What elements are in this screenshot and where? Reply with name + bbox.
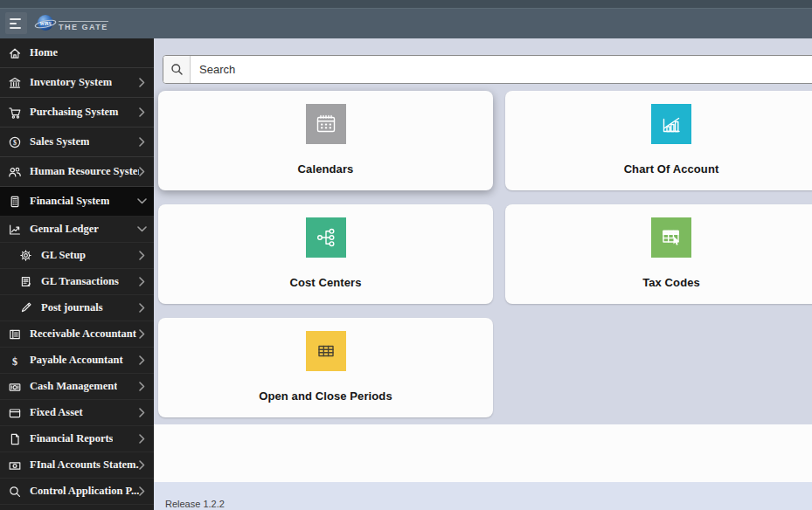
- chevron-right-icon: [139, 137, 145, 147]
- sidebar-item-label: Financial Reports: [30, 432, 113, 445]
- sidebar-item-final-accounts-statement[interactable]: FInal Accounts Statem...: [0, 452, 154, 479]
- sidebar-item-receivable-accountant[interactable]: Receivable Accountant: [0, 321, 154, 348]
- sidebar-item-inventory-system[interactable]: Inventory System: [0, 68, 154, 98]
- sidebar-item-label: Receivable Accountant: [30, 327, 136, 341]
- card-tax-codes[interactable]: Tax Codes: [505, 204, 812, 304]
- sidebar-item-gl-transactions[interactable]: GL Transactions: [0, 269, 154, 295]
- sidebar-nav: Home Inventory System Purchasing System …: [0, 38, 154, 510]
- chevron-right-icon: [139, 382, 145, 391]
- footer-bar: Release 1.2.2: [154, 482, 812, 510]
- chevron-right-icon: [139, 434, 145, 444]
- sidebar-item-financial-reports[interactable]: Financial Reports: [0, 426, 154, 452]
- search-icon: [163, 56, 191, 83]
- card-label: Cost Centers: [289, 276, 361, 289]
- sidebar-item-human-resource-system[interactable]: Human Resource System: [0, 157, 154, 187]
- app-window: WBS THE GATE Home Inventory System Purc: [0, 0, 812, 510]
- home-icon: [7, 46, 22, 60]
- file-icon: [7, 432, 22, 446]
- sidebar-item-label: Home: [30, 46, 58, 59]
- bar-chart-icon: [651, 104, 691, 144]
- money-statement-icon: [7, 458, 22, 472]
- sidebar-item-genral-ledger[interactable]: Genral Ledger: [0, 217, 154, 243]
- card-label: Open and Close Periods: [259, 389, 392, 403]
- invoice-icon: [7, 327, 22, 341]
- main-content: Calendars Chart Of Account Cost Centers …: [154, 38, 812, 510]
- top-bar: WBS THE GATE: [0, 0, 812, 38]
- bank-icon: [7, 76, 22, 90]
- sidebar-item-purchasing-system[interactable]: Purchasing System: [0, 98, 154, 128]
- sidebar-item-label: Control Application P...: [30, 485, 139, 498]
- table-cursor-icon: [651, 217, 691, 258]
- cart-icon: [7, 106, 22, 120]
- chevron-right-icon: [139, 460, 145, 470]
- gear-icon: [18, 249, 33, 263]
- chevron-right-icon: [139, 107, 145, 117]
- brand-gate-text: THE GATE: [59, 21, 108, 31]
- sidebar-item-post-journals[interactable]: Post journals: [0, 295, 154, 321]
- dollar-icon: $: [7, 354, 22, 368]
- module-card-grid: Calendars Chart Of Account Cost Centers …: [158, 91, 812, 417]
- chevron-right-icon: [139, 303, 145, 313]
- chevron-right-icon: [139, 277, 145, 286]
- calendar-icon: [306, 104, 346, 144]
- sidebar-item-home[interactable]: Home: [0, 38, 154, 68]
- chevron-right-icon: [139, 167, 145, 176]
- sidebar-item-label: FInal Accounts Statem...: [30, 458, 139, 472]
- sidebar-item-payable-accountant[interactable]: $ Payable Accountant: [0, 348, 154, 374]
- content-lower-panel: [154, 424, 812, 482]
- sidebar-item-label: Financial System: [30, 195, 109, 208]
- globe-logo-icon: WBS: [34, 13, 57, 34]
- chevron-right-icon: [139, 408, 145, 417]
- card-label: Calendars: [298, 162, 354, 176]
- sidebar-item-label: Cash Management: [30, 380, 117, 393]
- chevron-down-icon: [139, 224, 145, 234]
- sidebar-item-label: Human Resource System: [30, 165, 139, 178]
- top-bar-strip: [0, 0, 812, 9]
- pen-icon: [18, 301, 33, 315]
- sidebar-item-label: Genral Ledger: [30, 223, 99, 236]
- app-logo: WBS THE GATE: [34, 13, 108, 34]
- people-icon: [7, 165, 22, 179]
- sidebar-item-label: Inventory System: [30, 76, 112, 89]
- card-chart-of-account[interactable]: Chart Of Account: [505, 91, 812, 190]
- chevron-down-icon: [139, 196, 145, 206]
- sidebar-item-label: Purchasing System: [30, 106, 119, 119]
- card-label: Chart Of Account: [624, 162, 719, 176]
- sidebar-item-fixed-asset[interactable]: Fixed Asset: [0, 400, 154, 426]
- brand-wbs-text: WBS: [39, 19, 52, 25]
- chevron-right-icon: [139, 355, 145, 365]
- card-icon: [7, 406, 22, 420]
- chevron-right-icon: [139, 486, 145, 496]
- table-grid-icon: [306, 331, 346, 371]
- search-bar: [163, 55, 812, 84]
- sidebar-item-control-application[interactable]: Control Application P...: [0, 479, 154, 505]
- svg-text:$: $: [13, 139, 17, 147]
- magnifier-icon: [7, 485, 22, 499]
- calculator-icon: [7, 195, 22, 209]
- sidebar-item-label: GL Transactions: [41, 275, 119, 288]
- sidebar-item-gl-setup[interactable]: GL Setup: [0, 243, 154, 269]
- hierarchy-icon: [306, 217, 346, 258]
- sidebar-item-label: Fixed Asset: [30, 406, 83, 419]
- svg-text:$: $: [12, 355, 17, 367]
- document-list-icon: [18, 275, 33, 289]
- card-open-close-periods[interactable]: Open and Close Periods: [158, 318, 493, 417]
- chevron-right-icon: [139, 329, 145, 339]
- card-cost-centers[interactable]: Cost Centers: [158, 204, 493, 304]
- sidebar-item-cash-management[interactable]: Cash Management: [0, 374, 154, 400]
- card-calendars[interactable]: Calendars: [158, 91, 493, 190]
- dollar-circle-icon: $: [7, 135, 22, 149]
- line-chart-icon: [7, 223, 22, 237]
- banknote-icon: [7, 380, 22, 394]
- card-label: Tax Codes: [642, 276, 700, 289]
- sidebar-item-sales-system[interactable]: $ Sales System: [0, 128, 154, 157]
- sidebar-item-label: Payable Accountant: [30, 354, 123, 367]
- sidebar-item-label: Sales System: [30, 135, 89, 148]
- sidebar-item-label: Post journals: [41, 301, 103, 314]
- release-version-label: Release 1.2.2: [165, 499, 225, 509]
- search-input[interactable]: [191, 56, 812, 83]
- sidebar-toggle-button[interactable]: [5, 12, 27, 34]
- chevron-right-icon: [139, 78, 145, 87]
- sidebar-item-financial-system[interactable]: Financial System: [0, 187, 154, 217]
- chevron-right-icon: [139, 251, 145, 260]
